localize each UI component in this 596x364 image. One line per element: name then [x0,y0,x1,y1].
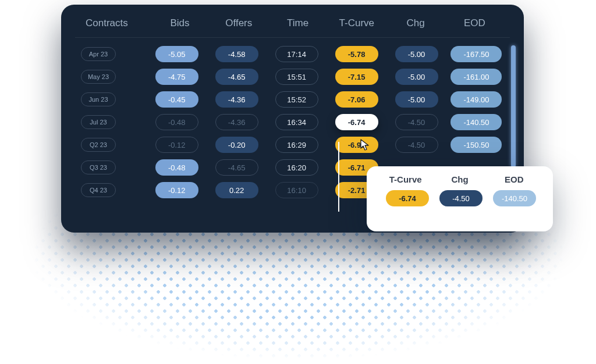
table-row: Q2 23-0.12-0.2016:29-6.98-4.50-150.50 [79,137,506,153]
table-row: Jun 23-0.45-4.3615:52-7.06-5.00-149.00 [79,91,506,108]
offer-pill[interactable]: -4.36 [215,91,258,108]
popover-tcurve-pill[interactable]: -6.74 [386,190,429,206]
tcurve-pill[interactable]: -7.06 [335,91,378,108]
bid-pill[interactable]: -0.45 [155,91,198,108]
eod-pill[interactable]: -149.00 [450,91,502,108]
offer-pill[interactable]: -4.36 [215,114,258,130]
contract-pill[interactable]: Jul 23 [81,115,116,129]
bid-pill[interactable]: -5.05 [155,46,198,62]
col-chg: Chg [386,17,445,29]
detail-popover: T-Curve Chg EOD -6.74 -4.50 -140.50 [367,166,553,231]
popover-chg-pill[interactable]: -4.50 [439,190,483,206]
offer-pill[interactable]: -4.58 [215,46,258,62]
chg-pill[interactable]: -5.00 [395,69,438,85]
eod-pill[interactable]: -167.50 [450,46,502,62]
popover-eod-pill[interactable]: -140.50 [493,190,536,206]
col-time: Time [268,17,327,29]
col-eod: EOD [445,17,504,29]
offer-pill[interactable]: -0.20 [215,137,258,153]
eod-pill[interactable]: -150.50 [450,137,502,153]
eod-pill[interactable]: -140.50 [450,114,502,130]
time-pill: 15:51 [275,69,318,85]
tcurve-pill[interactable]: -6.98 [335,137,378,153]
tcurve-pill[interactable]: -7.15 [335,69,378,85]
time-pill: 17:14 [275,46,318,62]
tcurve-pill[interactable]: -5.78 [335,46,378,62]
tcurve-pill[interactable]: -6.74 [335,114,378,130]
contract-pill[interactable]: May 23 [81,70,116,84]
time-pill: 16:10 [275,182,318,198]
popover-values: -6.74 -4.50 -140.50 [378,190,541,206]
chg-pill[interactable]: -5.00 [395,91,438,108]
col-tcurve: T-Curve [327,17,386,29]
time-pill: 16:29 [275,137,318,153]
chg-pill[interactable]: -4.50 [395,137,438,153]
table-header-row: Contracts Bids Offers Time T-Curve Chg E… [79,17,506,37]
header-divider [75,37,510,38]
offer-pill[interactable]: 0.22 [215,182,258,198]
contract-pill[interactable]: Jun 23 [81,92,116,106]
time-pill: 15:52 [275,91,318,108]
offer-pill[interactable]: -4.65 [215,159,258,176]
contract-pill[interactable]: Q4 23 [81,183,116,197]
chg-pill[interactable]: -5.00 [395,46,438,62]
bid-pill[interactable]: -0.12 [155,137,198,153]
contract-pill[interactable]: Apr 23 [81,47,116,61]
cursor-icon [360,138,371,154]
table-row: May 23-4.75-4.6515:51-7.15-5.00-161.00 [79,69,506,85]
contract-pill[interactable]: Q3 23 [81,160,116,174]
time-pill: 16:34 [275,114,318,130]
time-pill: 16:20 [275,159,318,176]
tooltip-connector [338,142,339,212]
bid-pill[interactable]: -0.48 [155,114,198,130]
chg-pill[interactable]: -4.50 [395,114,438,130]
table-row: Apr 23-5.05-4.5817:14-5.78-5.00-167.50 [79,46,506,62]
popover-header: T-Curve Chg EOD [378,174,541,184]
contract-pill[interactable]: Q2 23 [81,138,116,152]
table-row: Jul 23-0.48-4.3616:34-6.74-4.50-140.50 [79,114,506,130]
popover-col-tcurve: T-Curve [378,174,432,184]
bid-pill[interactable]: -0.12 [155,182,198,198]
col-bids: Bids [150,17,209,29]
bid-pill[interactable]: -4.75 [155,69,198,85]
col-offers: Offers [210,17,268,29]
col-contracts: Contracts [81,17,150,29]
offer-pill[interactable]: -4.65 [215,69,258,85]
popover-col-eod: EOD [487,174,541,184]
scrollbar-thumb[interactable] [511,45,516,167]
bid-pill[interactable]: -0.48 [155,159,198,176]
eod-pill[interactable]: -161.00 [450,69,502,85]
popover-col-chg: Chg [432,174,487,184]
